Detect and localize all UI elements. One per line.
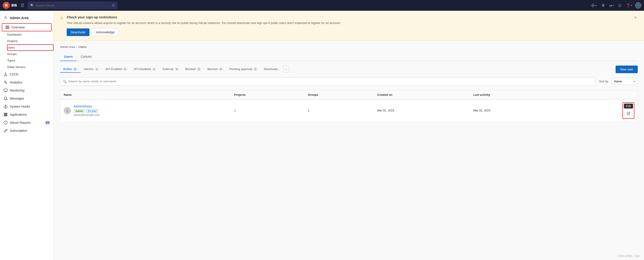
filter-tab-pending[interactable]: Pending approval 0	[226, 66, 260, 73]
todos-button[interactable]: ☑	[617, 2, 623, 9]
sidebar-item-messages[interactable]: Messages	[0, 94, 54, 102]
edit-user-button[interactable]	[624, 110, 632, 118]
sidebar-item-users[interactable]: Users	[7, 44, 54, 51]
merge-requests-button[interactable]: ⇄ ▾	[608, 2, 615, 9]
merge-icon: ⇄	[609, 3, 612, 8]
user-avatar[interactable]: 👤	[635, 2, 641, 8]
top-navigation: 狐 极狐 ☰ 🔍 / ➕ ▾ 🖥 ⇄ ▾ ☑ ❓ ▾ 👤	[0, 0, 644, 11]
sidebar-messages-label: Messages	[10, 97, 24, 100]
filter-tab-2fa-enabled[interactable]: 2FA Enabled 0	[102, 66, 131, 73]
svg-rect-17	[5, 116, 6, 116]
sidebar-item-abuse-reports[interactable]: Abuse Reports 0	[0, 118, 54, 127]
sidebar: Admin Area Overview Dashboard Projects U…	[0, 11, 54, 260]
alert-text: Your GitLab instance allows anyone to re…	[67, 21, 630, 25]
admin-icon	[4, 16, 8, 20]
users-table: Name Projects Groups Created on Last act…	[60, 90, 638, 122]
sidebar-item-monitoring[interactable]: Monitoring	[0, 86, 54, 94]
filter-tab-banned[interactable]: Banned 0	[204, 66, 226, 73]
acknowledge-button[interactable]: Acknowledge	[92, 28, 119, 36]
user-search-bar[interactable]: 🔍	[60, 77, 596, 86]
monitor2-icon	[4, 88, 8, 92]
sidebar-analytics-label: Analytics	[10, 80, 22, 84]
sidebar-header: Admin Area	[0, 14, 54, 23]
user-search-input[interactable]	[68, 80, 592, 83]
sort-label: Sort by	[599, 80, 608, 83]
filter-tab-blocked[interactable]: Blocked 0	[182, 66, 204, 73]
col-actions	[566, 90, 638, 99]
sidebar-subscription-label: Subscription	[10, 129, 27, 132]
sidebar-projects-label: Projects	[7, 40, 18, 43]
filter-admins-label: Admins	[84, 67, 93, 71]
plus-icon: ➕	[591, 3, 595, 8]
warning-icon	[4, 120, 8, 125]
anchor-icon	[4, 104, 8, 108]
col-activity: Last activity	[470, 90, 566, 99]
sidebar-item-applications[interactable]: Applications	[0, 110, 54, 118]
alert-title: Check your sign-up restrictions	[67, 15, 630, 19]
search-icon: 🔍	[30, 4, 34, 7]
user-email: admin@example.com	[74, 114, 100, 116]
sidebar-item-overview[interactable]: Overview	[2, 23, 52, 31]
chevron-down-icon: ▾	[613, 4, 614, 7]
sidebar-item-gitaly[interactable]: Gitaly Servers	[7, 64, 54, 70]
filter-tab-2fa-disabled[interactable]: 2FA Disabled 1	[131, 66, 160, 73]
app-logo[interactable]: 狐 极狐	[3, 2, 17, 9]
user-name-link[interactable]: Administrator	[74, 104, 92, 108]
breadcrumb: Admin Area › Users	[60, 45, 638, 48]
sidebar-overview-label: Overview	[12, 26, 24, 29]
user-avatar-thumb: A	[64, 107, 71, 114]
tab-cohorts[interactable]: Cohorts	[77, 52, 96, 61]
sidebar-monitoring-label: Monitoring	[10, 88, 24, 92]
sidebar-item-system-hooks[interactable]: System Hooks	[0, 102, 54, 110]
svg-rect-13	[4, 114, 5, 115]
checkbox-icon: ☑	[618, 3, 622, 8]
sidebar-item-cicd[interactable]: CI/CD	[0, 70, 54, 78]
edit-action-wrap: Edit	[623, 103, 634, 118]
nav-right-actions: ➕ ▾ 🖥 ⇄ ▾ ☑ ❓ ▾ 👤	[590, 2, 641, 9]
hamburger-menu[interactable]: ☰	[19, 2, 26, 9]
filter-external-count: 0	[174, 68, 179, 71]
breadcrumb-parent[interactable]: Admin Area	[60, 45, 75, 48]
create-new-button[interactable]: ➕ ▾	[590, 2, 598, 9]
alert-close-button[interactable]: ×	[633, 15, 638, 20]
col-name: Name	[60, 90, 230, 99]
main-layout: Admin Area Overview Dashboard Projects U…	[0, 11, 644, 260]
more-filter-button[interactable]: ›	[283, 66, 289, 73]
filter-active-count: 1	[73, 68, 78, 71]
deactivate-button[interactable]: Deactivate	[67, 28, 90, 36]
filter-tab-deactivated[interactable]: Deactivate...	[261, 66, 283, 73]
tab-users[interactable]: Users	[60, 52, 77, 61]
search-input[interactable]	[36, 4, 112, 7]
filter-tab-external[interactable]: External 0	[160, 66, 182, 73]
alert-warning-icon: ⚠	[60, 16, 64, 20]
filter-2fa-enabled-label: 2FA Enabled	[105, 67, 122, 71]
filter-blocked-label: Blocked	[185, 67, 196, 71]
filter-tab-active[interactable]: Active 1	[60, 66, 80, 73]
sidebar-item-topics[interactable]: Topics	[7, 57, 54, 64]
new-user-button[interactable]: New user	[616, 66, 638, 73]
col-projects: Projects	[230, 90, 304, 99]
snippets-button[interactable]: 🖥	[600, 2, 606, 9]
sidebar-system-hooks-label: System Hooks	[10, 105, 30, 108]
filter-banned-count: 0	[218, 68, 223, 71]
sidebar-item-analytics[interactable]: Analytics	[0, 78, 54, 86]
watermark: CSDN @雪糕二当家	[617, 254, 640, 258]
avatar-initial: A	[66, 109, 68, 112]
sort-select[interactable]: Name Created date Last activity Last sig…	[612, 78, 638, 85]
global-search-bar[interactable]: 🔍 /	[28, 2, 117, 9]
help-button[interactable]: ❓ ▾	[624, 2, 633, 9]
alert-content: Check your sign-up restrictions Your Git…	[67, 15, 630, 36]
sidebar-item-groups[interactable]: Groups	[7, 51, 54, 57]
alert-actions: Deactivate Acknowledge	[67, 28, 630, 36]
sidebar-item-subscription[interactable]: Subscription	[0, 127, 54, 135]
svg-rect-18	[6, 116, 7, 116]
sidebar-item-projects[interactable]: Projects	[7, 38, 54, 44]
main-tabs: Users Cohorts	[60, 52, 638, 61]
edit-tooltip: Edit	[624, 104, 633, 108]
you-badge: It's you!	[86, 109, 98, 113]
filter-banned-label: Banned	[207, 67, 218, 71]
sidebar-cicd-label: CI/CD	[10, 72, 18, 76]
filter-tab-admins[interactable]: Admins 1	[80, 66, 102, 73]
rocket-icon	[4, 72, 8, 76]
sidebar-item-dashboard[interactable]: Dashboard	[7, 31, 54, 38]
